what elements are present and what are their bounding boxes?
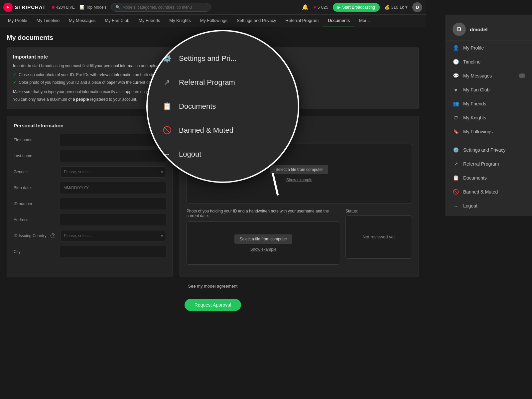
logo-text: STRIPCHAT	[15, 4, 46, 10]
subnav-more[interactable]: Mor...	[354, 15, 375, 27]
documents-panel: Documents Close-up photo of your ID: Sel…	[180, 116, 419, 277]
search-icon: 🔍	[115, 5, 120, 10]
notification-icon[interactable]: 🔔	[302, 4, 309, 10]
last-name-row: Last name:	[14, 150, 166, 162]
important-note-note1: Make sure that you type your personal in…	[13, 89, 413, 95]
id-number-label: ID number:	[14, 201, 60, 206]
last-name-label: Last name:	[14, 154, 60, 158]
doc2-upload-box: Select a file from computer Show example	[187, 221, 340, 265]
tokens-icon: 💰	[384, 5, 390, 10]
heart-icon: ♥	[313, 5, 316, 10]
important-note-intro: In order to start broadcasting you must …	[13, 63, 413, 69]
city-label: City:	[14, 249, 60, 254]
status-value: Not reviewed yet	[363, 234, 395, 239]
subnav-my-friends[interactable]: My Friends	[134, 15, 165, 27]
personal-info-title: Personal Information	[14, 123, 166, 128]
address-input[interactable]	[60, 214, 166, 225]
id-country-select[interactable]: Please, select...	[60, 230, 166, 241]
subnav-my-messages[interactable]: My Messages	[64, 15, 100, 27]
live-badge: 4204 LIVE	[52, 5, 75, 10]
gender-label: Gender:	[14, 170, 60, 174]
doc2-subtitle: Photo of you holding your ID and a handw…	[187, 209, 340, 218]
id-country-select-wrapper: Please, select... ▾	[60, 230, 166, 241]
first-name-row: First name:	[14, 134, 166, 146]
user-avatar-button[interactable]: D	[412, 2, 422, 12]
important-note-item2: ✓ Color photo of you holding your ID and…	[13, 79, 413, 86]
subnav-my-timeline[interactable]: My Timeline	[32, 15, 64, 27]
subnav-referral-program[interactable]: Referral Program	[281, 15, 324, 27]
doc1-upload-button[interactable]: Select a file from computer	[270, 165, 329, 174]
gender-select-wrapper: Please, select... Male Female Couple ▾	[60, 166, 166, 178]
important-note-box: Important note In order to start broadca…	[7, 48, 419, 109]
logo[interactable]: ▶ STRIPCHAT	[3, 3, 46, 12]
top-models-button[interactable]: 📊 Top Models	[79, 5, 106, 10]
logo-icon: ▶	[3, 3, 13, 12]
documents-title: Documents	[187, 123, 412, 128]
birth-date-input[interactable]	[60, 182, 166, 194]
subnav-my-fan-club[interactable]: My Fan Club	[100, 15, 134, 27]
doc1-upload-box: Select a file from computer Show example	[187, 144, 412, 203]
doc2-upload-button[interactable]: Select a file from computer	[234, 234, 293, 244]
birth-date-label: Birth date:	[14, 186, 60, 190]
search-bar[interactable]: 🔍 Models, categories, countries, tip men…	[111, 3, 211, 12]
start-broadcasting-button[interactable]: ▶ Start Broadcasting	[333, 3, 380, 12]
last-name-input[interactable]	[60, 150, 166, 162]
gender-select[interactable]: Please, select... Male Female Couple	[60, 166, 166, 178]
top-models-label: Top Models	[86, 5, 106, 10]
personal-info-panel: Personal Information First name: Last na…	[7, 116, 173, 277]
page-title: My documents	[7, 34, 419, 42]
id-country-row: ID Issuing Country: ? Please, select... …	[14, 230, 166, 241]
two-col-layout: Personal Information First name: Last na…	[7, 116, 419, 277]
first-name-label: First name:	[14, 138, 60, 142]
bottom-bar: See my model agreement Request Approval	[7, 277, 419, 318]
status-box: Not reviewed yet	[345, 215, 412, 259]
gender-row: Gender: Please, select... Male Female Co…	[14, 166, 166, 178]
tokens-display: 💰 316 1k ▾	[384, 5, 408, 10]
live-count: 4204 LIVE	[56, 5, 75, 10]
doc2-show-example[interactable]: Show example	[250, 247, 277, 252]
search-placeholder: Models, categories, countries, tip menu	[122, 5, 192, 10]
secondary-nav: My Profile My Timeline My Messages My Fa…	[0, 15, 426, 27]
topnav-right: 🔔 ♥ 5 025 ▶ Start Broadcasting 💰 316 1k …	[302, 2, 422, 12]
important-note-item1: ✓ Close-up color photo of your ID. For I…	[13, 72, 413, 78]
doc1-subtitle: Close-up photo of your ID:	[187, 134, 412, 139]
important-note-title: Important note	[13, 54, 413, 60]
id-number-input[interactable]	[60, 198, 166, 209]
hearts-count: ♥ 5 025	[313, 5, 328, 10]
live-dot	[52, 6, 55, 9]
check-icon-1: ✓	[13, 72, 16, 77]
address-label: Address:	[14, 217, 60, 222]
top-nav: ▶ STRIPCHAT 4204 LIVE 📊 Top Models 🔍 Mod…	[0, 0, 426, 15]
id-number-row: ID number:	[14, 198, 166, 209]
city-input[interactable]	[60, 246, 166, 257]
request-approval-button[interactable]: Request Approval	[185, 299, 241, 311]
check-icon-2: ✓	[13, 80, 16, 85]
subnav-settings-privacy[interactable]: Settings and Privacy	[232, 15, 281, 27]
id-country-help-icon[interactable]: ?	[51, 233, 55, 238]
subnav-my-knights[interactable]: My Knights	[165, 15, 195, 27]
play-icon: ▶	[337, 5, 340, 10]
tokens-dropdown-arrow[interactable]: ▾	[405, 5, 408, 10]
id-country-label: ID Issuing Country: ?	[14, 233, 60, 238]
important-note-note2: You can only have a maximum of 6 people …	[13, 96, 413, 103]
subnav-my-profile[interactable]: My Profile	[3, 15, 32, 27]
subnav-my-followings[interactable]: My Followings	[196, 15, 232, 27]
birth-date-row: Birth date:	[14, 182, 166, 194]
doc1-show-example[interactable]: Show example	[286, 178, 313, 182]
first-name-input[interactable]	[60, 134, 166, 146]
subnav-documents[interactable]: Documents	[323, 15, 354, 27]
main-content: My documents Important note In order to …	[0, 27, 426, 324]
address-row: Address:	[14, 214, 166, 225]
status-label: Status:	[345, 209, 412, 213]
city-row: City:	[14, 246, 166, 257]
model-agreement-link[interactable]: See my model agreement	[13, 284, 412, 289]
